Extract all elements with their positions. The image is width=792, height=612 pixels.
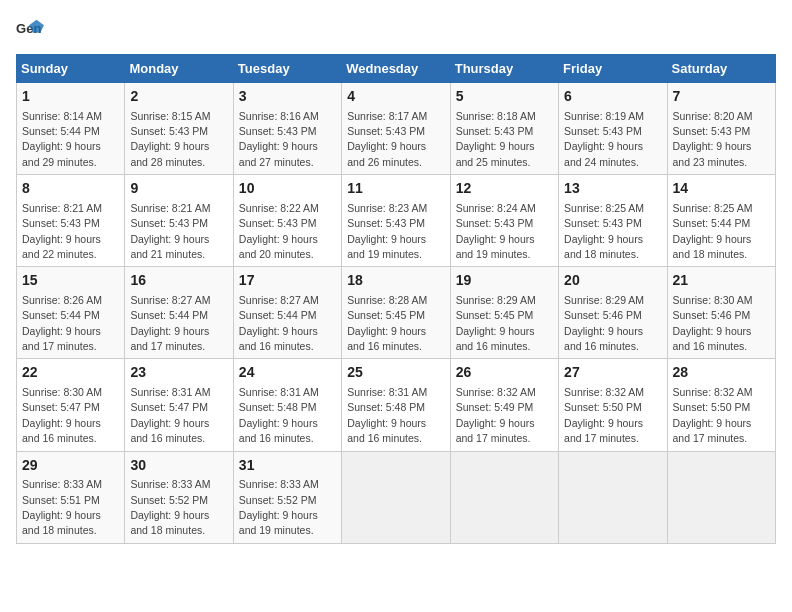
cell-sunrise: Sunrise: 8:27 AM: [239, 294, 319, 306]
cell-daylight: Daylight: 9 hours and 17 minutes.: [130, 325, 209, 352]
cell-daylight: Daylight: 9 hours and 28 minutes.: [130, 140, 209, 167]
cell-daylight: Daylight: 9 hours and 16 minutes.: [564, 325, 643, 352]
cell-sunrise: Sunrise: 8:17 AM: [347, 110, 427, 122]
day-number: 27: [564, 363, 661, 383]
cell-sunset: Sunset: 5:47 PM: [130, 401, 208, 413]
calendar-cell: 3 Sunrise: 8:16 AM Sunset: 5:43 PM Dayli…: [233, 83, 341, 175]
day-number: 3: [239, 87, 336, 107]
calendar-cell: 31 Sunrise: 8:33 AM Sunset: 5:52 PM Dayl…: [233, 451, 341, 543]
cell-sunset: Sunset: 5:44 PM: [239, 309, 317, 321]
calendar-cell: 2 Sunrise: 8:15 AM Sunset: 5:43 PM Dayli…: [125, 83, 233, 175]
cell-sunset: Sunset: 5:43 PM: [130, 125, 208, 137]
cell-sunrise: Sunrise: 8:15 AM: [130, 110, 210, 122]
cell-sunset: Sunset: 5:46 PM: [564, 309, 642, 321]
cell-daylight: Daylight: 9 hours and 16 minutes.: [347, 417, 426, 444]
cell-sunset: Sunset: 5:46 PM: [673, 309, 751, 321]
calendar-cell: [559, 451, 667, 543]
calendar-cell: 28 Sunrise: 8:32 AM Sunset: 5:50 PM Dayl…: [667, 359, 775, 451]
calendar-cell: 11 Sunrise: 8:23 AM Sunset: 5:43 PM Dayl…: [342, 175, 450, 267]
calendar-cell: 1 Sunrise: 8:14 AM Sunset: 5:44 PM Dayli…: [17, 83, 125, 175]
logo-icon: Gen: [16, 16, 44, 44]
calendar-week-row: 1 Sunrise: 8:14 AM Sunset: 5:44 PM Dayli…: [17, 83, 776, 175]
calendar-cell: 6 Sunrise: 8:19 AM Sunset: 5:43 PM Dayli…: [559, 83, 667, 175]
calendar-week-row: 8 Sunrise: 8:21 AM Sunset: 5:43 PM Dayli…: [17, 175, 776, 267]
day-number: 7: [673, 87, 770, 107]
cell-sunset: Sunset: 5:50 PM: [673, 401, 751, 413]
calendar-cell: 15 Sunrise: 8:26 AM Sunset: 5:44 PM Dayl…: [17, 267, 125, 359]
day-number: 13: [564, 179, 661, 199]
cell-sunset: Sunset: 5:48 PM: [347, 401, 425, 413]
day-number: 20: [564, 271, 661, 291]
calendar-week-row: 15 Sunrise: 8:26 AM Sunset: 5:44 PM Dayl…: [17, 267, 776, 359]
cell-sunrise: Sunrise: 8:27 AM: [130, 294, 210, 306]
day-number: 11: [347, 179, 444, 199]
calendar-cell: [342, 451, 450, 543]
cell-sunrise: Sunrise: 8:23 AM: [347, 202, 427, 214]
cell-daylight: Daylight: 9 hours and 16 minutes.: [239, 325, 318, 352]
cell-sunrise: Sunrise: 8:33 AM: [22, 478, 102, 490]
calendar-cell: 29 Sunrise: 8:33 AM Sunset: 5:51 PM Dayl…: [17, 451, 125, 543]
header-day: Tuesday: [233, 55, 341, 83]
day-number: 2: [130, 87, 227, 107]
cell-sunset: Sunset: 5:43 PM: [347, 217, 425, 229]
cell-sunrise: Sunrise: 8:29 AM: [564, 294, 644, 306]
calendar-cell: 27 Sunrise: 8:32 AM Sunset: 5:50 PM Dayl…: [559, 359, 667, 451]
cell-sunrise: Sunrise: 8:32 AM: [673, 386, 753, 398]
cell-sunrise: Sunrise: 8:31 AM: [130, 386, 210, 398]
calendar-cell: 7 Sunrise: 8:20 AM Sunset: 5:43 PM Dayli…: [667, 83, 775, 175]
calendar-cell: 21 Sunrise: 8:30 AM Sunset: 5:46 PM Dayl…: [667, 267, 775, 359]
cell-sunrise: Sunrise: 8:33 AM: [239, 478, 319, 490]
cell-daylight: Daylight: 9 hours and 22 minutes.: [22, 233, 101, 260]
cell-sunrise: Sunrise: 8:31 AM: [347, 386, 427, 398]
cell-sunrise: Sunrise: 8:29 AM: [456, 294, 536, 306]
cell-sunset: Sunset: 5:43 PM: [456, 125, 534, 137]
cell-sunrise: Sunrise: 8:18 AM: [456, 110, 536, 122]
cell-daylight: Daylight: 9 hours and 16 minutes.: [673, 325, 752, 352]
cell-daylight: Daylight: 9 hours and 17 minutes.: [673, 417, 752, 444]
day-number: 21: [673, 271, 770, 291]
cell-sunset: Sunset: 5:52 PM: [239, 494, 317, 506]
calendar-cell: 18 Sunrise: 8:28 AM Sunset: 5:45 PM Dayl…: [342, 267, 450, 359]
cell-daylight: Daylight: 9 hours and 16 minutes.: [22, 417, 101, 444]
calendar-cell: 12 Sunrise: 8:24 AM Sunset: 5:43 PM Dayl…: [450, 175, 558, 267]
cell-sunset: Sunset: 5:43 PM: [239, 125, 317, 137]
calendar-cell: 4 Sunrise: 8:17 AM Sunset: 5:43 PM Dayli…: [342, 83, 450, 175]
calendar-cell: 23 Sunrise: 8:31 AM Sunset: 5:47 PM Dayl…: [125, 359, 233, 451]
day-number: 14: [673, 179, 770, 199]
day-number: 22: [22, 363, 119, 383]
day-number: 16: [130, 271, 227, 291]
cell-sunset: Sunset: 5:51 PM: [22, 494, 100, 506]
cell-daylight: Daylight: 9 hours and 24 minutes.: [564, 140, 643, 167]
day-number: 23: [130, 363, 227, 383]
calendar-cell: 14 Sunrise: 8:25 AM Sunset: 5:44 PM Dayl…: [667, 175, 775, 267]
cell-sunset: Sunset: 5:48 PM: [239, 401, 317, 413]
day-number: 24: [239, 363, 336, 383]
calendar-cell: [450, 451, 558, 543]
cell-sunrise: Sunrise: 8:30 AM: [673, 294, 753, 306]
cell-sunset: Sunset: 5:43 PM: [239, 217, 317, 229]
cell-sunset: Sunset: 5:43 PM: [564, 217, 642, 229]
cell-sunrise: Sunrise: 8:32 AM: [564, 386, 644, 398]
cell-sunset: Sunset: 5:43 PM: [456, 217, 534, 229]
cell-sunrise: Sunrise: 8:28 AM: [347, 294, 427, 306]
cell-sunrise: Sunrise: 8:22 AM: [239, 202, 319, 214]
cell-sunset: Sunset: 5:43 PM: [673, 125, 751, 137]
cell-sunset: Sunset: 5:43 PM: [22, 217, 100, 229]
day-number: 8: [22, 179, 119, 199]
cell-daylight: Daylight: 9 hours and 20 minutes.: [239, 233, 318, 260]
cell-daylight: Daylight: 9 hours and 16 minutes.: [239, 417, 318, 444]
logo: Gen: [16, 16, 48, 44]
cell-daylight: Daylight: 9 hours and 16 minutes.: [347, 325, 426, 352]
calendar-table: SundayMondayTuesdayWednesdayThursdayFrid…: [16, 54, 776, 544]
day-number: 28: [673, 363, 770, 383]
cell-daylight: Daylight: 9 hours and 27 minutes.: [239, 140, 318, 167]
cell-daylight: Daylight: 9 hours and 18 minutes.: [130, 509, 209, 536]
calendar-week-row: 22 Sunrise: 8:30 AM Sunset: 5:47 PM Dayl…: [17, 359, 776, 451]
calendar-cell: 24 Sunrise: 8:31 AM Sunset: 5:48 PM Dayl…: [233, 359, 341, 451]
day-number: 29: [22, 456, 119, 476]
calendar-cell: 22 Sunrise: 8:30 AM Sunset: 5:47 PM Dayl…: [17, 359, 125, 451]
calendar-cell: 10 Sunrise: 8:22 AM Sunset: 5:43 PM Dayl…: [233, 175, 341, 267]
calendar-cell: 17 Sunrise: 8:27 AM Sunset: 5:44 PM Dayl…: [233, 267, 341, 359]
calendar-cell: 16 Sunrise: 8:27 AM Sunset: 5:44 PM Dayl…: [125, 267, 233, 359]
cell-daylight: Daylight: 9 hours and 19 minutes.: [239, 509, 318, 536]
